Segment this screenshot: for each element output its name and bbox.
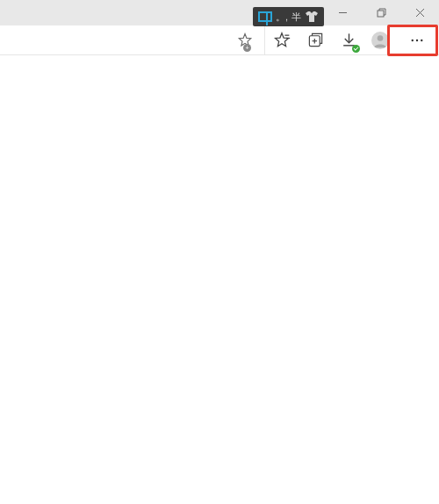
ime-punct: 。, xyxy=(276,12,288,22)
downloads-button[interactable] xyxy=(332,25,365,54)
svg-point-12 xyxy=(412,39,414,40)
window-controls xyxy=(323,0,439,25)
minimize-button[interactable] xyxy=(323,0,362,25)
add-favorite-button[interactable]: + xyxy=(233,25,257,54)
avatar xyxy=(371,32,389,49)
ime-mode-icon xyxy=(258,11,272,22)
collections-button[interactable] xyxy=(299,25,332,54)
ime-indicator[interactable]: 。, 半 xyxy=(253,7,324,26)
svg-point-11 xyxy=(378,35,384,41)
close-button[interactable] xyxy=(400,0,439,25)
ime-width: 半 xyxy=(291,12,301,22)
titlebar: 。, 半 xyxy=(0,0,439,25)
shirt-icon xyxy=(305,11,319,23)
svg-point-13 xyxy=(416,39,418,40)
maximize-button[interactable] xyxy=(362,0,400,25)
more-button[interactable] xyxy=(395,25,439,54)
address-area[interactable]: + xyxy=(0,25,265,54)
toolbar: + xyxy=(0,25,439,55)
toolbar-icons xyxy=(265,25,439,54)
check-badge-icon xyxy=(352,45,360,53)
profile-button[interactable] xyxy=(365,25,395,54)
svg-point-14 xyxy=(421,39,422,40)
svg-rect-1 xyxy=(378,11,384,17)
page-content xyxy=(0,55,439,504)
plus-badge-icon: + xyxy=(243,44,251,52)
favorites-button[interactable] xyxy=(265,25,299,54)
